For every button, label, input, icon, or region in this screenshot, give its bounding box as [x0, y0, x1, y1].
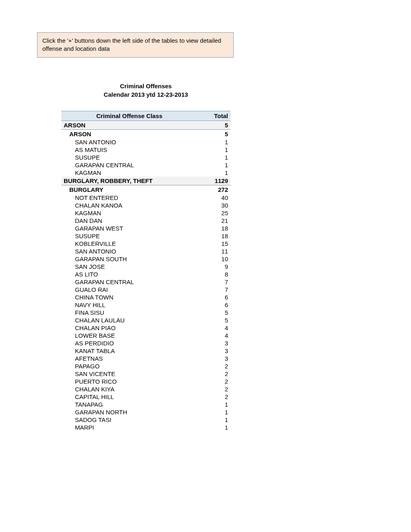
row-label: FINA SISU	[61, 309, 197, 316]
row-total: 4	[197, 332, 230, 339]
row-label: AS MATUIS	[61, 146, 197, 154]
row-total: 7	[197, 286, 230, 293]
row-label: SAN ANTONIO	[61, 247, 197, 255]
row-total: 1	[197, 154, 230, 161]
table-row: AFETNAS3	[61, 355, 230, 362]
row-label: CHALAN KANOA	[61, 202, 197, 209]
row-total: 11	[197, 247, 230, 255]
table-row: FINA SISU5	[61, 309, 230, 316]
row-total: 1	[197, 146, 230, 154]
row-label: AFETNAS	[61, 355, 197, 362]
row-total: 18	[197, 232, 230, 240]
row-total: 5	[197, 129, 230, 138]
row-label: NOT ENTERED	[61, 194, 197, 202]
row-label: SUSUPE	[61, 154, 197, 161]
row-total: 5	[197, 309, 230, 316]
row-total: 9	[197, 263, 230, 270]
table-row: SAN ANTONIO1	[61, 138, 230, 146]
row-total: 2	[197, 370, 230, 378]
row-label: CAPITAL HILL	[61, 393, 197, 401]
row-label: CHALAN KIYA	[61, 385, 197, 393]
offense-table: Criminal Offense Class Total ARSON5ARSON…	[61, 111, 230, 431]
row-label: KAGMAN	[61, 169, 197, 177]
row-label: KANAT TABLA	[61, 347, 197, 355]
table-row: LOWER BASE4	[61, 332, 230, 339]
table-row: KAGMAN1	[61, 169, 230, 177]
table-row: KANAT TABLA3	[61, 347, 230, 355]
notice-box: Click the '+' buttons down the left side…	[37, 32, 234, 58]
table-row: GARAPAN CENTRAL1	[61, 161, 230, 169]
table-row: MARPI1	[61, 424, 230, 431]
row-label: PAPAGO	[61, 362, 197, 370]
table-row: AS LITO8	[61, 270, 230, 278]
row-label: CHALAN PIAO	[61, 324, 197, 332]
table-row: CHALAN PIAO4	[61, 324, 230, 332]
row-total: 3	[197, 339, 230, 347]
table-row: CHINA TOWN6	[61, 293, 230, 301]
row-label: BURGLARY, ROBBERY, THEFT	[61, 177, 197, 185]
table-row: AS PERDIDIO3	[61, 339, 230, 347]
row-label: KAGMAN	[61, 209, 197, 217]
row-label: GARAPAN SOUTH	[61, 255, 197, 263]
row-label: DAN DAN	[61, 217, 197, 224]
row-total: 25	[197, 209, 230, 217]
table-row: GARAPAN CENTRAL7	[61, 278, 230, 286]
row-label: LOWER BASE	[61, 332, 197, 339]
table-row: SUSUPE18	[61, 232, 230, 240]
row-total: 1	[197, 424, 230, 431]
row-label: ARSON	[61, 121, 197, 129]
row-label: SUSUPE	[61, 232, 197, 240]
row-total: 1129	[197, 177, 230, 185]
row-total: 30	[197, 202, 230, 209]
row-label: SAN VICENTE	[61, 370, 197, 378]
table-row: PUERTO RICO2	[61, 378, 230, 385]
table-row: TANAPAG1	[61, 401, 230, 408]
row-total: 4	[197, 324, 230, 332]
row-label: GARAPAN CENTRAL	[61, 161, 197, 169]
row-total: 2	[197, 362, 230, 370]
row-total: 18	[197, 224, 230, 232]
table-row: BURGLARY, ROBBERY, THEFT1129	[61, 177, 230, 185]
row-label: GARAPAN CENTRAL	[61, 278, 197, 286]
row-label: GARAPAN WEST	[61, 224, 197, 232]
table-row: PAPAGO2	[61, 362, 230, 370]
table-row: ARSON5	[61, 129, 230, 138]
row-total: 40	[197, 194, 230, 202]
row-total: 3	[197, 347, 230, 355]
row-label: MARPI	[61, 424, 197, 431]
title-line2: Calendar 2013 ytd 12-23-2013	[61, 90, 230, 99]
row-label: GARAPAN NORTH	[61, 408, 197, 416]
row-total: 2	[197, 378, 230, 385]
row-label: CHINA TOWN	[61, 293, 197, 301]
row-label: TANAPAG	[61, 401, 197, 408]
row-label: SADOG TASI	[61, 416, 197, 424]
row-label: NAVY HILL	[61, 301, 197, 309]
row-total: 10	[197, 255, 230, 263]
row-label: AS PERDIDIO	[61, 339, 197, 347]
table-row: SAN ANTONIO11	[61, 247, 230, 255]
row-total: 5	[197, 316, 230, 324]
row-label: GUALO RAI	[61, 286, 197, 293]
row-total: 1	[197, 401, 230, 408]
table-row: CAPITAL HILL2	[61, 393, 230, 401]
title-line1: Criminal Offenses	[61, 82, 230, 90]
row-label: BURGLARY	[61, 185, 197, 194]
table-row: NOT ENTERED40	[61, 194, 230, 202]
row-total: 2	[197, 385, 230, 393]
table-row: GARAPAN WEST18	[61, 224, 230, 232]
row-total: 1	[197, 408, 230, 416]
row-label: KOBLERVILLE	[61, 240, 197, 247]
row-label: SAN ANTONIO	[61, 138, 197, 146]
table-row: SADOG TASI1	[61, 416, 230, 424]
table-row: SAN JOSE9	[61, 263, 230, 270]
table-row: CHALAN KANOA30	[61, 202, 230, 209]
row-total: 1	[197, 416, 230, 424]
report-title: Criminal Offenses Calendar 2013 ytd 12-2…	[61, 82, 230, 99]
notice-text: Click the '+' buttons down the left side…	[42, 37, 221, 52]
row-total: 21	[197, 217, 230, 224]
table-row: CHALAN LAULAU5	[61, 316, 230, 324]
row-total: 3	[197, 355, 230, 362]
table-row: SAN VICENTE2	[61, 370, 230, 378]
row-total: 272	[197, 185, 230, 194]
table-row: BURGLARY272	[61, 185, 230, 194]
